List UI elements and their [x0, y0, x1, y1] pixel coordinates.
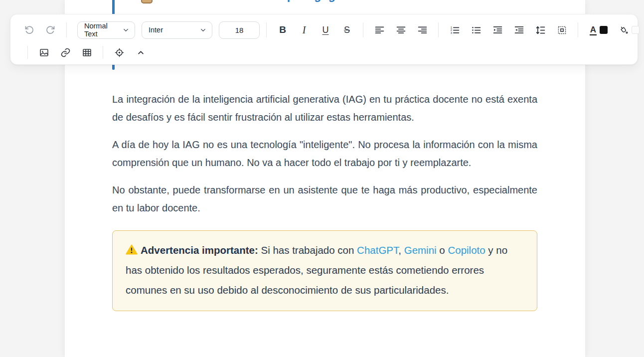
font-size-input[interactable]: 18 — [219, 21, 260, 39]
highlight-color-swatch — [632, 26, 640, 34]
toolbar-divider — [438, 22, 439, 37]
chevron-up-icon — [136, 47, 146, 58]
strikethrough-button[interactable]: S — [337, 21, 356, 39]
highlight-color-button[interactable] — [615, 21, 643, 39]
underline-button[interactable]: U — [316, 21, 335, 39]
link-gemini[interactable]: Gemini — [404, 244, 437, 256]
undo-icon — [24, 25, 34, 35]
line-spacing-icon — [535, 25, 546, 35]
align-center-button[interactable] — [391, 21, 410, 39]
toolbar-divider — [266, 22, 267, 37]
bold-icon: B — [279, 24, 286, 35]
callout-text: o — [437, 244, 448, 256]
paragraph[interactable]: A día de hoy la IAG no es una tecnología… — [112, 136, 537, 172]
anchor-target-button[interactable] — [110, 43, 129, 61]
chevron-down-icon — [199, 26, 207, 34]
align-right-button[interactable] — [413, 21, 432, 39]
strikethrough-icon: S — [344, 25, 350, 35]
toolbar-divider — [103, 46, 103, 59]
toolbar-divider — [363, 22, 363, 37]
undo-button[interactable] — [19, 21, 38, 39]
paragraph-style-select[interactable]: Normal Text — [77, 21, 135, 39]
svg-text:3: 3 — [450, 31, 452, 34]
collapse-toolbar-button[interactable] — [131, 43, 150, 61]
underline-icon: U — [322, 25, 329, 35]
text-color-button[interactable]: A — [585, 21, 613, 39]
toolbar-divider — [578, 22, 578, 37]
link-chatgpt[interactable]: ChatGPT — [357, 244, 398, 256]
document-body[interactable]: La integración de la inteligencia artifi… — [112, 90, 537, 311]
chevron-down-icon — [122, 26, 130, 34]
bullet-list-button[interactable] — [467, 21, 485, 39]
redo-icon — [45, 25, 56, 35]
line-spacing-button[interactable] — [531, 21, 550, 39]
indent-decrease-button[interactable] — [509, 21, 528, 39]
indent-increase-icon — [492, 25, 503, 35]
warning-callout[interactable]: Advertencia importante: Si has trabajado… — [112, 230, 537, 311]
target-icon — [114, 47, 125, 58]
image-icon — [39, 47, 49, 58]
toolbar-divider — [27, 46, 28, 59]
callout-text: Si has trabajado con — [258, 244, 357, 256]
align-right-icon — [417, 25, 428, 35]
italic-icon: I — [303, 24, 306, 36]
callout-text: , — [398, 244, 404, 256]
select-block-icon — [557, 25, 567, 35]
select-block-button[interactable] — [552, 21, 571, 39]
redo-button[interactable] — [41, 21, 60, 39]
ordered-list-icon: 1 2 3 — [450, 25, 460, 35]
ordered-list-button[interactable]: 1 2 3 — [445, 21, 464, 39]
editor-toolbar: Normal Text Inter 18 B I U S — [10, 14, 638, 65]
insert-table-button[interactable] — [77, 43, 96, 61]
warning-icon — [126, 244, 138, 255]
text-color-icon: A — [590, 25, 597, 35]
paragraph[interactable]: No obstante, puede transformarse en un a… — [112, 181, 537, 217]
paragraph-style-value: Normal Text — [84, 22, 122, 38]
section-heading[interactable]: Error 3: Desconocer la pedagogía efectiv… — [159, 0, 392, 2]
link-icon — [60, 47, 71, 58]
font-size-value: 18 — [235, 26, 244, 34]
table-icon — [82, 47, 92, 58]
toolbar-divider — [66, 22, 67, 37]
callout-bold-label: Advertencia importante: — [141, 244, 258, 256]
link-copiloto[interactable]: Copiloto — [448, 244, 485, 256]
align-center-icon — [396, 25, 406, 35]
italic-button[interactable]: I — [295, 21, 314, 39]
indent-increase-button[interactable] — [488, 21, 507, 39]
font-family-select[interactable]: Inter — [142, 21, 212, 39]
font-family-value: Inter — [149, 26, 163, 34]
toolbar-row-1: Normal Text Inter 18 B I U S — [19, 18, 629, 42]
toolbar-row-2 — [19, 42, 629, 63]
align-left-button[interactable] — [370, 21, 389, 39]
bold-button[interactable]: B — [273, 21, 292, 39]
paragraph[interactable]: La integración de la inteligencia artifi… — [112, 90, 537, 126]
insert-image-button[interactable] — [34, 43, 53, 61]
indent-decrease-icon — [514, 25, 524, 35]
clipboard-emoji — [141, 0, 153, 3]
bullet-list-icon — [471, 25, 482, 35]
paint-bucket-icon — [619, 25, 629, 35]
insert-link-button[interactable] — [56, 43, 75, 61]
text-color-swatch — [600, 26, 608, 34]
align-left-icon — [374, 25, 385, 35]
